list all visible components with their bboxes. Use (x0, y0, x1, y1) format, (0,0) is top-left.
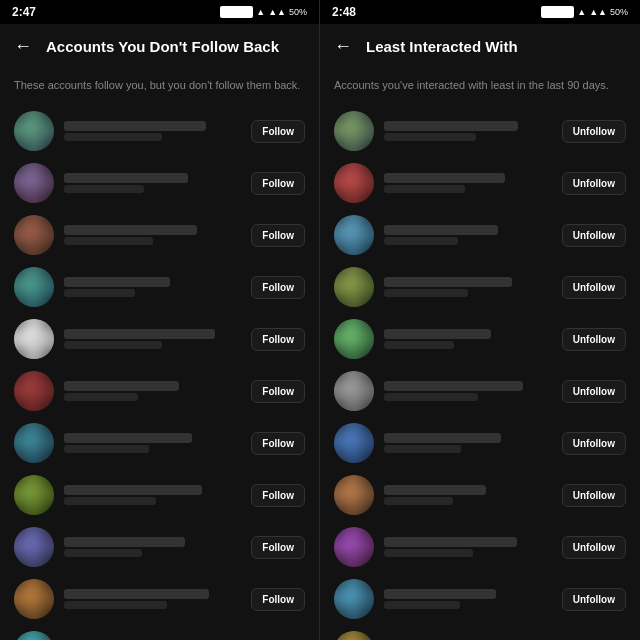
right-volte-badge: VoLTE (541, 6, 574, 18)
account-info (64, 277, 241, 297)
avatar (14, 215, 54, 255)
account-name (384, 173, 505, 183)
avatar (334, 111, 374, 151)
account-name (64, 433, 192, 443)
account-info (384, 537, 552, 557)
table-row: Unfollow (320, 365, 640, 417)
table-row: Follow (0, 313, 319, 365)
table-row: Unfollow (320, 313, 640, 365)
table-row: Follow (0, 521, 319, 573)
unfollow-button[interactable]: Unfollow (562, 172, 626, 195)
account-info (384, 329, 552, 349)
avatar (14, 423, 54, 463)
account-handle (64, 185, 144, 193)
unfollow-button[interactable]: Unfollow (562, 380, 626, 403)
follow-button[interactable]: Follow (251, 588, 305, 611)
avatar (14, 267, 54, 307)
right-page-title: Least Interacted With (366, 38, 518, 55)
account-name (384, 225, 498, 235)
account-info (384, 381, 552, 401)
left-phone-screen: 2:47 VoLTE ▲ ▲▲ 50% ← Accounts You Don't… (0, 0, 320, 640)
avatar (334, 319, 374, 359)
account-info (384, 173, 552, 193)
account-name (384, 537, 517, 547)
account-info (64, 485, 241, 505)
account-handle (384, 445, 461, 453)
table-row: Follow (0, 417, 319, 469)
left-back-button[interactable]: ← (14, 36, 32, 57)
follow-button[interactable]: Follow (251, 328, 305, 351)
follow-button[interactable]: Follow (251, 380, 305, 403)
unfollow-button[interactable]: Unfollow (562, 536, 626, 559)
account-info (64, 121, 241, 141)
account-name (64, 537, 185, 547)
unfollow-button[interactable]: Unfollow (562, 484, 626, 507)
account-name (64, 381, 179, 391)
avatar (14, 631, 54, 640)
follow-button[interactable]: Follow (251, 276, 305, 299)
account-name (384, 277, 512, 287)
table-row: Unfollow (320, 625, 640, 640)
follow-button[interactable]: Follow (251, 224, 305, 247)
account-handle (384, 289, 468, 297)
account-name (64, 121, 206, 131)
right-status-bar: 2:48 VoLTE ▲ ▲▲ 50% (320, 0, 640, 24)
account-info (384, 277, 552, 297)
left-status-bar: 2:47 VoLTE ▲ ▲▲ 50% (0, 0, 319, 24)
account-name (64, 485, 202, 495)
left-signal-icon: ▲▲ (268, 7, 286, 17)
avatar (14, 371, 54, 411)
account-name (384, 485, 486, 495)
avatar (14, 579, 54, 619)
account-name (384, 381, 523, 391)
avatar (334, 267, 374, 307)
account-handle (384, 133, 476, 141)
account-name (64, 277, 170, 287)
table-row: Unfollow (320, 521, 640, 573)
avatar (14, 319, 54, 359)
right-phone-screen: 2:48 VoLTE ▲ ▲▲ 50% ← Least Interacted W… (320, 0, 640, 640)
avatar (14, 111, 54, 151)
account-handle (64, 237, 153, 245)
follow-button[interactable]: Follow (251, 536, 305, 559)
table-row: Unfollow (320, 209, 640, 261)
unfollow-button[interactable]: Unfollow (562, 120, 626, 143)
table-row: Follow (0, 365, 319, 417)
left-status-icons: VoLTE ▲ ▲▲ 50% (220, 6, 307, 18)
avatar (14, 475, 54, 515)
account-name (384, 329, 491, 339)
right-signal-icon: ▲▲ (589, 7, 607, 17)
left-battery-icon: 50% (289, 7, 307, 17)
unfollow-button[interactable]: Unfollow (562, 432, 626, 455)
account-info (384, 433, 552, 453)
table-row: Follow (0, 573, 319, 625)
account-handle (64, 549, 142, 557)
account-info (384, 589, 552, 609)
avatar (334, 423, 374, 463)
account-name (64, 329, 215, 339)
follow-button[interactable]: Follow (251, 484, 305, 507)
account-info (64, 225, 241, 245)
unfollow-button[interactable]: Unfollow (562, 588, 626, 611)
avatar (334, 527, 374, 567)
right-back-button[interactable]: ← (334, 36, 352, 57)
account-info (384, 485, 552, 505)
table-row: Follow (0, 157, 319, 209)
account-name (384, 433, 501, 443)
avatar (334, 631, 374, 640)
account-info (384, 121, 552, 141)
account-handle (64, 393, 138, 401)
unfollow-button[interactable]: Unfollow (562, 224, 626, 247)
follow-button[interactable]: Follow (251, 172, 305, 195)
account-name (64, 589, 209, 599)
account-handle (64, 289, 135, 297)
follow-button[interactable]: Follow (251, 120, 305, 143)
avatar (14, 163, 54, 203)
account-handle (64, 445, 149, 453)
unfollow-button[interactable]: Unfollow (562, 276, 626, 299)
account-handle (384, 601, 460, 609)
unfollow-button[interactable]: Unfollow (562, 328, 626, 351)
left-wifi-icon: ▲ (256, 7, 265, 17)
follow-button[interactable]: Follow (251, 432, 305, 455)
table-row: Follow (0, 469, 319, 521)
